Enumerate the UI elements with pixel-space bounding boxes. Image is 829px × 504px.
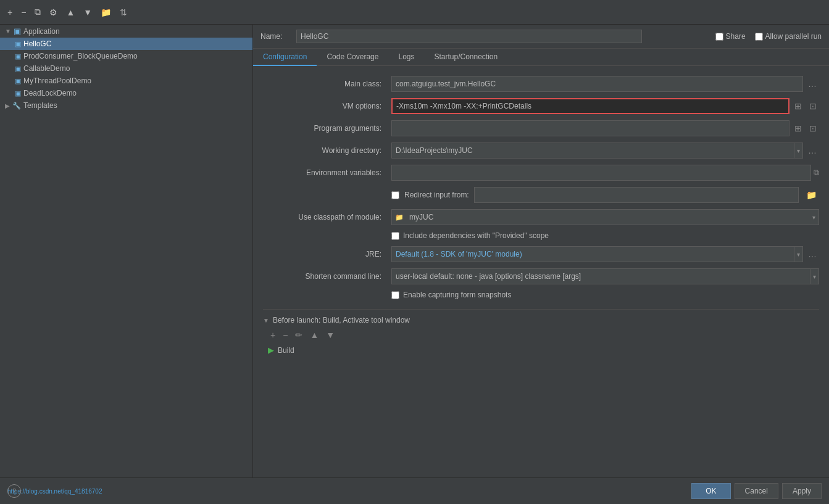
cancel-button[interactable]: Cancel — [735, 483, 778, 499]
working-dir-dropdown-btn[interactable]: ▾ — [794, 143, 803, 159]
tab-configuration[interactable]: Configuration — [253, 49, 317, 66]
env-vars-row: Environment variables: ⧉ — [263, 165, 819, 181]
tree-label-callable: CallableDemo — [23, 64, 70, 73]
top-checkboxes: Share Allow parallel run — [715, 32, 822, 41]
program-args-expand-btn[interactable]: ⊞ — [792, 123, 804, 134]
before-launch-minus-btn[interactable]: − — [280, 329, 290, 341]
working-dir-input-wrap: ▾ — [391, 143, 803, 159]
vm-options-field: ⊞ ⊡ — [391, 98, 819, 114]
class-icon-threadpool: ▣ — [15, 77, 21, 85]
classpath-module-field: 📁 myJUC ▾ — [391, 209, 819, 225]
ok-button[interactable]: OK — [691, 483, 730, 499]
jre-dropdown-btn[interactable]: ▾ — [794, 246, 803, 262]
tree-templates-group[interactable]: ▶ 🔧 Templates — [0, 99, 252, 112]
help-button[interactable]: ? — [7, 484, 21, 498]
capture-snapshots-checkbox[interactable] — [391, 291, 399, 299]
before-launch-up-btn[interactable]: ▲ — [307, 329, 321, 341]
main-class-label: Main class: — [263, 80, 386, 88]
include-deps-checkbox[interactable] — [391, 232, 399, 240]
allow-parallel-checkbox[interactable] — [755, 33, 763, 41]
redirect-row: Redirect input from: 📁 — [263, 187, 819, 203]
toolbar-settings-btn[interactable]: ⚙ — [47, 6, 60, 19]
include-deps-label[interactable]: Include dependencies with "Provided" sco… — [403, 231, 549, 240]
share-checkbox[interactable] — [715, 33, 723, 41]
redirect-input[interactable] — [474, 187, 799, 203]
before-launch-toolbar: + − ✏ ▲ ▼ — [263, 329, 819, 341]
class-icon-deadlock: ▣ — [15, 89, 21, 97]
shorten-cmd-dropdown-btn[interactable]: ▾ — [810, 268, 819, 284]
toolbar: + − ⧉ ⚙ ▲ ▼ 📁 ⇅ — [0, 0, 829, 25]
build-label: Build — [278, 346, 294, 355]
program-args-label: Program arguments: — [263, 124, 386, 133]
right-panel: Name: Share Allow parallel run Configura… — [253, 25, 829, 477]
redirect-browse-btn[interactable]: 📁 — [804, 189, 819, 200]
shorten-cmd-row: Shorten command line: ▾ — [263, 268, 819, 284]
include-deps-row: Include dependencies with "Provided" sco… — [263, 231, 819, 240]
tab-startup-connection[interactable]: Startup/Connection — [424, 49, 507, 66]
toolbar-copy-btn[interactable]: ⧉ — [32, 6, 43, 19]
allow-parallel-checkbox-label[interactable]: Allow parallel run — [755, 32, 822, 41]
capture-snapshots-label[interactable]: Enable capturing form snapshots — [403, 291, 511, 299]
jre-input-wrap: ▾ — [391, 246, 803, 262]
jre-browse-btn[interactable]: … — [806, 249, 819, 260]
working-dir-input[interactable] — [391, 143, 794, 159]
tree-item-deadlock[interactable]: ▣ DeadLockDemo — [0, 87, 252, 99]
main-class-input[interactable] — [391, 76, 803, 92]
jre-label: JRE: — [263, 250, 386, 258]
before-launch-down-btn[interactable]: ▼ — [323, 329, 337, 341]
templates-expand-arrow: ▶ — [5, 102, 10, 109]
jre-row: JRE: ▾ … — [263, 246, 819, 262]
app-group-label: Application — [23, 27, 60, 36]
tree-item-threadpool[interactable]: ▣ MyThreadPoolDemo — [0, 75, 252, 87]
before-launch-title: Before launch: Build, Activate tool wind… — [273, 316, 410, 324]
toolbar-sort-btn[interactable]: ⇅ — [117, 6, 130, 19]
tree-label-prodconsumer: ProdConsumer_BlockQueueDemo — [23, 52, 138, 60]
name-input[interactable] — [296, 30, 642, 43]
working-dir-browse-btn[interactable]: … — [806, 145, 819, 156]
tree-label-threadpool: MyThreadPoolDemo — [23, 76, 91, 85]
tab-code-coverage[interactable]: Code Coverage — [317, 49, 388, 66]
class-icon-prodconsumer: ▣ — [15, 52, 21, 60]
templates-label: Templates — [23, 101, 57, 110]
main-class-row: Main class: … — [263, 76, 819, 92]
working-dir-field: ▾ … — [391, 143, 819, 159]
tree-item-hellogc[interactable]: ▣ HelloGC — [0, 38, 252, 50]
before-launch-header[interactable]: ▼ Before launch: Build, Activate tool wi… — [263, 316, 819, 324]
tree-label-deadlock: DeadLockDemo — [23, 89, 77, 97]
env-vars-input[interactable] — [391, 165, 811, 181]
main-class-browse-btn[interactable]: … — [806, 78, 819, 89]
program-args-fullscreen-btn[interactable]: ⊡ — [807, 123, 819, 134]
tab-logs[interactable]: Logs — [388, 49, 424, 66]
tree-item-callable[interactable]: ▣ CallableDemo — [0, 62, 252, 75]
vm-options-input[interactable] — [391, 98, 789, 114]
vm-options-fullscreen-btn[interactable]: ⊡ — [807, 101, 819, 112]
config-content: Main class: … VM options: ⊞ ⊡ Program ar… — [253, 66, 829, 477]
shorten-cmd-input[interactable] — [391, 268, 810, 284]
class-icon-hellogc: ▣ — [15, 40, 21, 48]
tree-application-group[interactable]: ▼ ▣ Application — [0, 25, 252, 38]
tree-item-prodconsumer[interactable]: ▣ ProdConsumer_BlockQueueDemo — [0, 50, 252, 62]
capture-snapshots-row: Enable capturing form snapshots — [263, 291, 819, 299]
before-launch-edit-btn[interactable]: ✏ — [293, 329, 305, 341]
redirect-checkbox[interactable] — [391, 191, 399, 199]
app-icon: ▣ — [14, 27, 21, 36]
before-launch-add-btn[interactable]: + — [268, 329, 278, 341]
templates-icon: 🔧 — [12, 102, 21, 110]
toolbar-up-btn[interactable]: ▲ — [64, 6, 77, 19]
main-class-field: … — [391, 76, 819, 92]
vm-options-expand-btn[interactable]: ⊞ — [792, 101, 804, 112]
apply-button[interactable]: Apply — [782, 483, 822, 499]
toolbar-folder-btn[interactable]: 📁 — [98, 6, 114, 19]
jre-input[interactable] — [391, 246, 794, 262]
module-select[interactable]: myJUC — [391, 209, 819, 225]
before-launch-section: ▼ Before launch: Build, Activate tool wi… — [263, 309, 819, 356]
env-vars-label: Environment variables: — [263, 168, 386, 177]
toolbar-minus-btn[interactable]: − — [19, 6, 28, 19]
share-checkbox-label[interactable]: Share — [715, 32, 746, 41]
env-vars-copy-btn[interactable]: ⧉ — [814, 168, 819, 178]
toolbar-add-btn[interactable]: + — [5, 6, 15, 19]
toolbar-down-btn[interactable]: ▼ — [81, 6, 94, 19]
program-args-input[interactable] — [391, 120, 789, 136]
vm-options-row: VM options: ⊞ ⊡ — [263, 98, 819, 114]
tree-label-hellogc: HelloGC — [23, 39, 51, 48]
